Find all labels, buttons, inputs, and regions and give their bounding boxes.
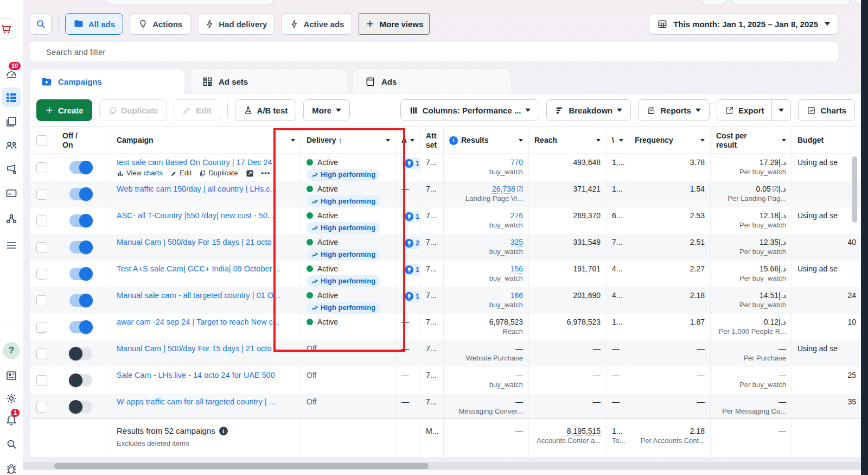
select-all-checkbox[interactable] xyxy=(36,135,47,146)
campaign-name-link[interactable]: Test A+S sale Cam| GCC+ India| 09 Octobe… xyxy=(117,264,295,274)
create-button[interactable]: Create xyxy=(36,99,92,121)
budget-cell: 10 xyxy=(792,314,861,340)
reports-button[interactable]: Reports xyxy=(638,99,710,121)
duplicate-action[interactable]: Duplicate xyxy=(199,168,238,178)
campaign-name-link[interactable]: Manual Cam | 500/day For 15 days | 21 oc… xyxy=(117,344,295,353)
search-view-button[interactable] xyxy=(30,13,52,35)
cost-per-result-cell: — Per Purchase xyxy=(711,340,792,367)
events-manager-icon[interactable] xyxy=(0,208,23,228)
edit-button[interactable]: Edit xyxy=(174,99,220,121)
breakdown-button[interactable]: Breakdown xyxy=(546,99,631,121)
delivery-cell: Off xyxy=(301,367,396,394)
row-checkbox[interactable] xyxy=(36,322,47,333)
col-budget[interactable]: Budget xyxy=(792,127,861,154)
date-range-picker[interactable]: This month: Jan 1, 2025 – Jan 8, 2025 xyxy=(649,13,838,35)
col-att-sets[interactable]: Att set xyxy=(420,127,444,154)
tab-ads[interactable]: Ads xyxy=(354,69,510,93)
cost-per-result-cell: 0.05د.إ[2] Per Landing Pag... xyxy=(711,181,792,207)
row-checkbox[interactable] xyxy=(36,402,47,413)
campaign-toggle[interactable] xyxy=(69,294,92,307)
campaign-name-link[interactable]: ASC- all T-Country |550 /day| new cust -… xyxy=(117,211,295,220)
columns-button[interactable]: Columns: Performance ... xyxy=(400,99,540,121)
ads-reporting-icon[interactable] xyxy=(0,112,23,131)
info-icon[interactable]: i xyxy=(219,427,228,435)
more-actions[interactable]: ••• xyxy=(261,168,271,178)
campaign-name-link[interactable]: Manual sale cam - all targeted country |… xyxy=(117,290,295,300)
billing-icon[interactable] xyxy=(0,183,23,203)
view-charts-action[interactable]: View charts xyxy=(117,168,163,178)
campaign-toggle[interactable] xyxy=(69,161,92,174)
row-checkbox[interactable] xyxy=(36,216,47,226)
campaign-toggle[interactable] xyxy=(69,214,92,227)
col-views[interactable]: \ xyxy=(607,127,629,154)
edit-action[interactable]: Edit xyxy=(170,168,192,178)
col-reach[interactable]: Reach xyxy=(529,127,607,154)
campaign-toggle[interactable] xyxy=(69,321,92,333)
chevron-down-icon xyxy=(825,22,830,26)
page-posts-icon[interactable] xyxy=(0,366,23,385)
audiences-icon[interactable] xyxy=(0,136,23,155)
tab-ad-sets[interactable]: Ad sets xyxy=(191,69,347,93)
export-button[interactable]: Export xyxy=(717,100,772,121)
all-tools-icon[interactable] xyxy=(0,236,23,255)
row-checkbox[interactable] xyxy=(36,242,47,253)
opportunities-icon[interactable]: 10 xyxy=(0,64,23,84)
bug-report-icon[interactable] xyxy=(0,459,23,475)
export-options-button[interactable] xyxy=(771,100,790,121)
campaign-name-link[interactable]: Web traffic cam 150/day | all country | … xyxy=(117,184,295,194)
view-all-ads[interactable]: All ads xyxy=(65,13,123,35)
campaign-name-link[interactable]: W-apps traffic cam for all targeted coun… xyxy=(117,397,295,407)
campaign-toggle[interactable] xyxy=(69,374,92,387)
horizontal-scrollbar-thumb[interactable] xyxy=(54,463,429,469)
frequency-cell: — xyxy=(629,394,711,418)
reach-cell: 371,421 xyxy=(529,181,607,207)
results-value: 26,738 xyxy=(492,185,515,194)
campaign-toggle[interactable] xyxy=(69,401,92,413)
campaign-name-link[interactable]: Sale Cam - LHs.live - 14 octo 24 for UAE… xyxy=(117,370,295,380)
campaigns-nav-icon[interactable] xyxy=(0,87,23,107)
col-campaign[interactable]: Campaign xyxy=(111,127,301,154)
vertical-scrollbar-thumb[interactable] xyxy=(852,156,857,223)
notifications-bell-icon[interactable]: 1 xyxy=(0,410,23,430)
more-views-button[interactable]: More views xyxy=(359,13,430,35)
col-frequency[interactable]: Frequency xyxy=(629,127,711,154)
row-checkbox[interactable] xyxy=(36,349,47,359)
ads-manager-screen: 10 ? xyxy=(0,0,868,475)
row-checkbox[interactable] xyxy=(36,189,47,200)
campaign-toggle[interactable] xyxy=(69,268,92,280)
settings-gear-icon[interactable] xyxy=(0,389,23,408)
advertising-settings-icon[interactable] xyxy=(0,160,23,179)
results-value: 770 xyxy=(510,158,523,167)
campaign-name-link[interactable]: test sale cam Based On Country | 17 Dec … xyxy=(117,157,295,167)
more-button[interactable]: More xyxy=(303,99,350,121)
row-checkbox[interactable] xyxy=(36,162,47,173)
horizontal-scrollbar[interactable] xyxy=(23,462,861,470)
view-had-delivery[interactable]: Had delivery xyxy=(197,13,275,35)
duplicate-button[interactable]: Duplicate xyxy=(99,99,167,121)
row-checkbox[interactable] xyxy=(36,295,47,306)
results-cell: 6,978,523 Reach xyxy=(444,314,529,340)
reach-cell: — xyxy=(529,367,607,394)
ab-test-button[interactable]: A/B test xyxy=(235,99,297,121)
row-checkbox[interactable] xyxy=(36,375,47,386)
ads-manager-logo[interactable] xyxy=(0,18,16,39)
sidebar-search-icon[interactable] xyxy=(0,434,23,454)
view-actions[interactable]: Actions xyxy=(130,13,190,35)
view-active-ads[interactable]: Active ads xyxy=(282,13,352,35)
att-sets-cell: 7... xyxy=(420,181,444,207)
campaign-toggle[interactable] xyxy=(69,188,92,200)
campaign-name-link[interactable]: Manual Cam | 500/day For 15 days | 21 oc… xyxy=(117,237,295,247)
campaign-toggle[interactable] xyxy=(69,241,92,254)
help-icon[interactable]: ? xyxy=(0,341,23,360)
search-input[interactable] xyxy=(30,42,838,61)
col-results[interactable]: iResults xyxy=(444,127,529,154)
row-checkbox[interactable] xyxy=(36,269,47,280)
tab-campaigns[interactable]: Campaigns xyxy=(30,69,184,94)
charts-button[interactable]: Charts xyxy=(798,99,855,121)
col-cost-per-result[interactable]: Cost per result xyxy=(711,127,792,154)
att-sets-cell: 7... xyxy=(420,261,444,287)
footer-reach: 8,195,515Accounts Center a... xyxy=(529,419,607,457)
open-in-new-action[interactable] xyxy=(246,169,254,178)
campaign-toggle[interactable] xyxy=(69,347,92,360)
campaign-name-link[interactable]: awar cam -24 sep 24 | Target to reach Ne… xyxy=(117,317,295,327)
